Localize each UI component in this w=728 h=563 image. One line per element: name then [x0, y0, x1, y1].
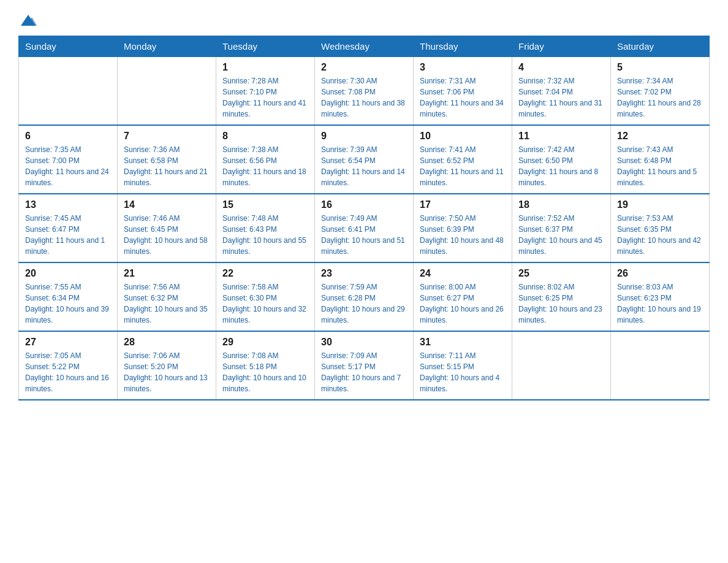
day-info: Sunrise: 7:53 AMSunset: 6:35 PMDaylight:…: [617, 213, 703, 257]
day-info: Sunrise: 7:35 AMSunset: 7:00 PMDaylight:…: [25, 144, 111, 188]
day-info: Sunrise: 7:45 AMSunset: 6:47 PMDaylight:…: [25, 213, 111, 257]
calendar-cell: 13Sunrise: 7:45 AMSunset: 6:47 PMDayligh…: [19, 194, 118, 262]
calendar-week-row: 13Sunrise: 7:45 AMSunset: 6:47 PMDayligh…: [19, 194, 710, 262]
day-info: Sunrise: 7:11 AMSunset: 5:15 PMDaylight:…: [420, 350, 506, 394]
day-info: Sunrise: 8:02 AMSunset: 6:25 PMDaylight:…: [518, 282, 604, 326]
day-info: Sunrise: 7:36 AMSunset: 6:58 PMDaylight:…: [124, 144, 210, 188]
day-number: 11: [518, 131, 604, 142]
day-number: 9: [321, 131, 407, 142]
day-info: Sunrise: 7:48 AMSunset: 6:43 PMDaylight:…: [222, 213, 308, 257]
day-number: 22: [222, 268, 308, 279]
calendar-cell: 21Sunrise: 7:56 AMSunset: 6:32 PMDayligh…: [118, 262, 216, 331]
day-number: 6: [25, 131, 111, 142]
day-number: 5: [617, 62, 703, 73]
calendar-cell: 12Sunrise: 7:43 AMSunset: 6:48 PMDayligh…: [611, 125, 710, 194]
page-header: [18, 12, 710, 29]
calendar-cell: 26Sunrise: 8:03 AMSunset: 6:23 PMDayligh…: [611, 262, 710, 331]
calendar-cell: 8Sunrise: 7:38 AMSunset: 6:56 PMDaylight…: [216, 125, 315, 194]
calendar-cell: 18Sunrise: 7:52 AMSunset: 6:37 PMDayligh…: [512, 194, 611, 262]
weekday-header-row: SundayMondayTuesdayWednesdayThursdayFrid…: [19, 36, 710, 57]
calendar-cell: 16Sunrise: 7:49 AMSunset: 6:41 PMDayligh…: [315, 194, 414, 262]
day-number: 13: [25, 199, 111, 210]
day-number: 10: [420, 131, 506, 142]
day-number: 26: [617, 268, 703, 279]
calendar-week-row: 27Sunrise: 7:05 AMSunset: 5:22 PMDayligh…: [19, 331, 710, 400]
day-info: Sunrise: 7:30 AMSunset: 7:08 PMDaylight:…: [321, 75, 407, 120]
day-number: 30: [321, 337, 407, 348]
calendar-cell: 15Sunrise: 7:48 AMSunset: 6:43 PMDayligh…: [216, 194, 315, 262]
calendar-cell: 1Sunrise: 7:28 AMSunset: 7:10 PMDaylight…: [216, 57, 315, 126]
day-number: 17: [420, 199, 506, 210]
day-info: Sunrise: 7:39 AMSunset: 6:54 PMDaylight:…: [321, 144, 407, 188]
day-info: Sunrise: 7:41 AMSunset: 6:52 PMDaylight:…: [420, 144, 506, 188]
weekday-header-friday: Friday: [512, 36, 611, 57]
day-info: Sunrise: 7:43 AMSunset: 6:48 PMDaylight:…: [617, 144, 703, 188]
calendar-cell: 11Sunrise: 7:42 AMSunset: 6:50 PMDayligh…: [512, 125, 611, 194]
day-number: 4: [518, 62, 604, 73]
calendar-cell: 30Sunrise: 7:09 AMSunset: 5:17 PMDayligh…: [315, 331, 414, 400]
day-info: Sunrise: 7:31 AMSunset: 7:06 PMDaylight:…: [420, 75, 506, 120]
day-number: 16: [321, 199, 407, 210]
day-number: 15: [222, 199, 308, 210]
weekday-header-wednesday: Wednesday: [315, 36, 414, 57]
day-info: Sunrise: 7:32 AMSunset: 7:04 PMDaylight:…: [518, 75, 604, 120]
calendar-cell: 22Sunrise: 7:58 AMSunset: 6:30 PMDayligh…: [216, 262, 315, 331]
calendar-cell: 6Sunrise: 7:35 AMSunset: 7:00 PMDaylight…: [19, 125, 118, 194]
day-info: Sunrise: 7:34 AMSunset: 7:02 PMDaylight:…: [617, 75, 703, 120]
day-info: Sunrise: 7:38 AMSunset: 6:56 PMDaylight:…: [222, 144, 308, 188]
calendar-cell: 7Sunrise: 7:36 AMSunset: 6:58 PMDaylight…: [118, 125, 216, 194]
day-info: Sunrise: 7:08 AMSunset: 5:18 PMDaylight:…: [222, 350, 308, 394]
day-number: 7: [124, 131, 210, 142]
calendar-week-row: 6Sunrise: 7:35 AMSunset: 7:00 PMDaylight…: [19, 125, 710, 194]
day-number: 3: [420, 62, 506, 73]
calendar-cell: 23Sunrise: 7:59 AMSunset: 6:28 PMDayligh…: [315, 262, 414, 331]
calendar-cell: 17Sunrise: 7:50 AMSunset: 6:39 PMDayligh…: [414, 194, 512, 262]
day-number: 12: [617, 131, 703, 142]
calendar-table: SundayMondayTuesdayWednesdayThursdayFrid…: [18, 36, 710, 400]
day-info: Sunrise: 7:46 AMSunset: 6:45 PMDaylight:…: [124, 213, 210, 257]
calendar-cell: 4Sunrise: 7:32 AMSunset: 7:04 PMDaylight…: [512, 57, 611, 126]
calendar-cell: 27Sunrise: 7:05 AMSunset: 5:22 PMDayligh…: [19, 331, 118, 400]
day-number: 14: [124, 199, 210, 210]
day-info: Sunrise: 8:00 AMSunset: 6:27 PMDaylight:…: [420, 282, 506, 326]
calendar-week-row: 1Sunrise: 7:28 AMSunset: 7:10 PMDaylight…: [19, 57, 710, 126]
weekday-header-sunday: Sunday: [19, 36, 118, 57]
calendar-cell: [118, 57, 216, 126]
calendar-cell: 20Sunrise: 7:55 AMSunset: 6:34 PMDayligh…: [19, 262, 118, 331]
day-number: 31: [420, 337, 506, 348]
calendar-cell: 10Sunrise: 7:41 AMSunset: 6:52 PMDayligh…: [414, 125, 512, 194]
day-number: 24: [420, 268, 506, 279]
day-number: 20: [25, 268, 111, 279]
day-number: 1: [222, 62, 308, 73]
logo: [18, 12, 38, 29]
day-info: Sunrise: 7:50 AMSunset: 6:39 PMDaylight:…: [420, 213, 506, 257]
day-info: Sunrise: 7:09 AMSunset: 5:17 PMDaylight:…: [321, 350, 407, 394]
day-info: Sunrise: 7:56 AMSunset: 6:32 PMDaylight:…: [124, 282, 210, 326]
day-number: 21: [124, 268, 210, 279]
day-info: Sunrise: 7:06 AMSunset: 5:20 PMDaylight:…: [124, 350, 210, 394]
calendar-cell: 9Sunrise: 7:39 AMSunset: 6:54 PMDaylight…: [315, 125, 414, 194]
day-number: 28: [124, 337, 210, 348]
calendar-cell: 29Sunrise: 7:08 AMSunset: 5:18 PMDayligh…: [216, 331, 315, 400]
calendar-cell: 24Sunrise: 8:00 AMSunset: 6:27 PMDayligh…: [414, 262, 512, 331]
day-number: 25: [518, 268, 604, 279]
calendar-cell: 31Sunrise: 7:11 AMSunset: 5:15 PMDayligh…: [414, 331, 512, 400]
day-info: Sunrise: 7:05 AMSunset: 5:22 PMDaylight:…: [25, 350, 111, 394]
day-info: Sunrise: 7:58 AMSunset: 6:30 PMDaylight:…: [222, 282, 308, 326]
calendar-cell: [512, 331, 611, 400]
calendar-week-row: 20Sunrise: 7:55 AMSunset: 6:34 PMDayligh…: [19, 262, 710, 331]
calendar-cell: 19Sunrise: 7:53 AMSunset: 6:35 PMDayligh…: [611, 194, 710, 262]
day-number: 19: [617, 199, 703, 210]
day-number: 29: [222, 337, 308, 348]
day-number: 8: [222, 131, 308, 142]
day-number: 23: [321, 268, 407, 279]
day-info: Sunrise: 7:42 AMSunset: 6:50 PMDaylight:…: [518, 144, 604, 188]
day-info: Sunrise: 7:49 AMSunset: 6:41 PMDaylight:…: [321, 213, 407, 257]
calendar-cell: 2Sunrise: 7:30 AMSunset: 7:08 PMDaylight…: [315, 57, 414, 126]
calendar-cell: 5Sunrise: 7:34 AMSunset: 7:02 PMDaylight…: [611, 57, 710, 126]
calendar-cell: 25Sunrise: 8:02 AMSunset: 6:25 PMDayligh…: [512, 262, 611, 331]
calendar-cell: 14Sunrise: 7:46 AMSunset: 6:45 PMDayligh…: [118, 194, 216, 262]
calendar-cell: 3Sunrise: 7:31 AMSunset: 7:06 PMDaylight…: [414, 57, 512, 126]
day-info: Sunrise: 8:03 AMSunset: 6:23 PMDaylight:…: [617, 282, 703, 326]
logo-icon: [20, 12, 37, 29]
